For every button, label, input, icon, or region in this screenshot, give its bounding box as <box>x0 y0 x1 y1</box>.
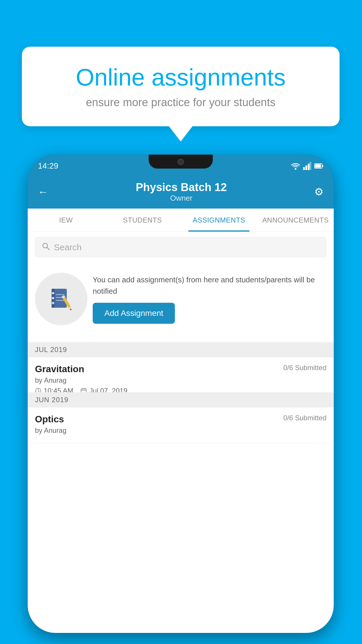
promo-text-col: You can add assignment(s) from here and … <box>93 274 326 324</box>
search-input-wrapper[interactable]: Search <box>35 237 326 257</box>
status-time: 14:29 <box>38 161 58 171</box>
wifi-icon <box>291 162 300 170</box>
tab-bar: IEW STUDENTS ASSIGNMENTS ANNOUNCEMENTS <box>28 209 334 232</box>
svg-rect-7 <box>315 164 321 168</box>
tab-students[interactable]: STUDENTS <box>104 209 181 232</box>
svg-rect-3 <box>308 164 310 170</box>
tab-iew[interactable]: IEW <box>28 209 104 232</box>
assignment-name-optics: Optics <box>35 414 64 425</box>
header-title-group: Physics Batch 12 Owner <box>136 181 227 203</box>
svg-rect-6 <box>322 165 323 167</box>
phone-screen: Search <box>28 232 334 633</box>
header-subtitle: Owner <box>136 194 227 203</box>
notebook-icon <box>48 286 74 312</box>
assignment-header-optics: Optics 0/6 Submitted <box>35 414 326 425</box>
tab-announcements[interactable]: ANNOUNCEMENTS <box>257 209 334 232</box>
status-icons <box>291 162 324 170</box>
svg-point-13 <box>52 297 54 299</box>
jun-section: JUN 2019 Optics 0/6 Submitted by Anurag <box>28 392 334 444</box>
jul-separator: JUL 2019 <box>28 342 334 357</box>
svg-point-0 <box>295 168 296 170</box>
battery-icon <box>314 163 324 169</box>
svg-point-12 <box>52 292 54 294</box>
add-assignment-button[interactable]: Add Assignment <box>93 303 175 324</box>
phone-notch <box>149 155 213 169</box>
assignment-submitted: 0/6 Submitted <box>283 364 326 372</box>
search-icon <box>42 242 50 252</box>
svg-line-24 <box>38 391 39 392</box>
svg-rect-2 <box>305 165 307 170</box>
signal-icon <box>303 162 311 170</box>
table-row[interactable]: Optics 0/6 Submitted by Anurag <box>28 407 334 444</box>
header-title: Physics Batch 12 <box>136 181 227 194</box>
front-camera <box>178 159 184 165</box>
promo-description: You can add assignment(s) from here and … <box>93 274 326 297</box>
bubble-subtitle: ensure more practice for your students <box>42 96 319 109</box>
svg-rect-1 <box>303 167 305 170</box>
assignment-by: by Anurag <box>35 376 326 384</box>
phone-frame: 14:29 <box>28 155 334 633</box>
svg-rect-4 <box>310 162 311 170</box>
search-placeholder: Search <box>54 242 82 252</box>
assignment-submitted-optics: 0/6 Submitted <box>283 414 326 422</box>
svg-line-9 <box>47 247 49 250</box>
bubble-title: Online assignments <box>42 64 319 90</box>
jun-separator: JUN 2019 <box>28 392 334 407</box>
back-button[interactable]: ← <box>38 186 48 198</box>
app-header: ← Physics Batch 12 Owner ⚙ <box>28 175 334 209</box>
assignment-by-optics: by Anurag <box>35 426 326 435</box>
tab-assignments[interactable]: ASSIGNMENTS <box>181 209 257 232</box>
speech-bubble: Online assignments ensure more practice … <box>22 47 340 126</box>
svg-point-14 <box>52 302 54 304</box>
gear-icon[interactable]: ⚙ <box>314 186 324 198</box>
assignment-header: Gravitation 0/6 Submitted <box>35 364 326 374</box>
assignment-name: Gravitation <box>35 364 84 374</box>
promo-icon-circle <box>35 273 87 325</box>
phone-inner: 14:29 <box>28 155 334 633</box>
promo-section: You can add assignment(s) from here and … <box>28 258 334 340</box>
